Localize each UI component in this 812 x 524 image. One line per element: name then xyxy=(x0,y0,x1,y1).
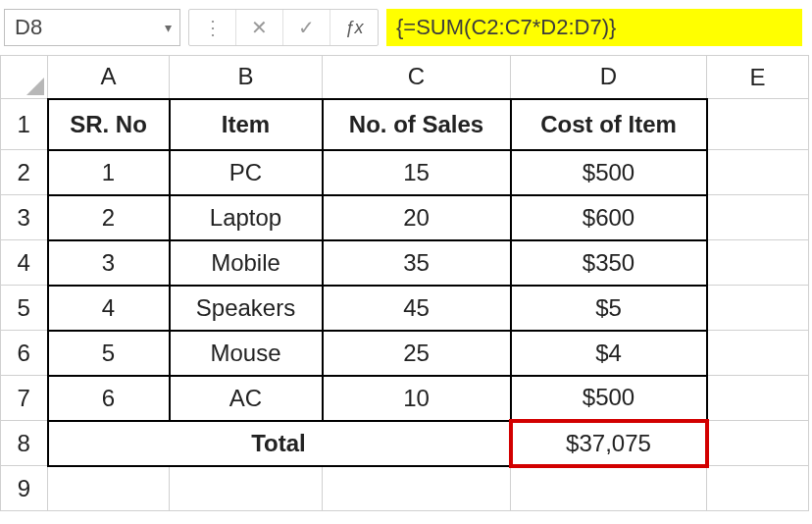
table-row: 7 6 AC 10 $500 xyxy=(1,376,809,421)
cell-sr[interactable]: 2 xyxy=(48,195,170,240)
table-row: 6 5 Mouse 25 $4 xyxy=(1,331,809,376)
row-head[interactable]: 8 xyxy=(1,421,48,466)
cell-sales[interactable]: 10 xyxy=(323,376,511,421)
cell-cost[interactable]: $500 xyxy=(511,150,707,195)
empty-cell[interactable] xyxy=(707,421,809,466)
cell-item[interactable]: Speakers xyxy=(170,286,323,331)
header-item[interactable]: Item xyxy=(170,99,323,150)
fx-icon[interactable]: ƒx xyxy=(330,10,378,45)
col-head-b[interactable]: B xyxy=(170,56,323,99)
empty-cell[interactable] xyxy=(707,466,809,511)
total-row: 8 Total $37,075 xyxy=(1,421,809,466)
cell-sr[interactable]: 6 xyxy=(48,376,170,421)
row-head[interactable]: 1 xyxy=(1,99,48,150)
cell-item[interactable]: AC xyxy=(170,376,323,421)
formula-button-group: ⋮ ✕ ✓ ƒx xyxy=(188,9,379,46)
formula-bar[interactable]: {=SUM(C2:C7*D2:D7)} xyxy=(386,9,802,46)
total-label[interactable]: Total xyxy=(48,421,511,466)
table-row: 5 4 Speakers 45 $5 xyxy=(1,286,809,331)
cell-cost[interactable]: $600 xyxy=(511,195,707,240)
table-row: 4 3 Mobile 35 $350 xyxy=(1,240,809,286)
empty-cell[interactable] xyxy=(323,466,511,511)
empty-cell[interactable] xyxy=(48,466,170,511)
empty-cell[interactable] xyxy=(170,466,323,511)
name-box-value: D8 xyxy=(15,15,42,40)
col-head-c[interactable]: C xyxy=(323,56,511,99)
chevron-down-icon[interactable]: ▾ xyxy=(165,20,172,35)
header-sales[interactable]: No. of Sales xyxy=(323,99,511,150)
empty-cell[interactable] xyxy=(707,195,809,240)
cell-cost[interactable]: $5 xyxy=(511,286,707,331)
empty-cell[interactable] xyxy=(707,150,809,195)
col-head-e[interactable]: E xyxy=(707,56,809,99)
formula-text: {=SUM(C2:C7*D2:D7)} xyxy=(396,15,616,40)
cancel-icon[interactable]: ✕ xyxy=(236,10,283,45)
spreadsheet-grid[interactable]: A B C D E 1 SR. No Item No. of Sales Cos… xyxy=(0,55,809,511)
row-head[interactable]: 4 xyxy=(1,240,48,286)
column-header-row: A B C D E xyxy=(1,56,809,99)
cell-cost[interactable]: $350 xyxy=(511,240,707,286)
table-row: 3 2 Laptop 20 $600 xyxy=(1,195,809,240)
col-head-a[interactable]: A xyxy=(48,56,170,99)
row-head[interactable]: 3 xyxy=(1,195,48,240)
col-head-d[interactable]: D xyxy=(511,56,707,99)
empty-cell[interactable] xyxy=(707,99,809,150)
empty-cell[interactable] xyxy=(511,466,707,511)
header-sr-no[interactable]: SR. No xyxy=(48,99,170,150)
empty-cell[interactable] xyxy=(707,331,809,376)
empty-cell[interactable] xyxy=(707,240,809,286)
formula-toolbar: D8 ▾ ⋮ ✕ ✓ ƒx {=SUM(C2:C7*D2:D7)} xyxy=(0,0,812,55)
table-row: 2 1 PC 15 $500 xyxy=(1,150,809,195)
more-icon[interactable]: ⋮ xyxy=(189,10,236,45)
empty-cell[interactable] xyxy=(707,286,809,331)
row-head[interactable]: 6 xyxy=(1,331,48,376)
empty-cell[interactable] xyxy=(707,376,809,421)
cell-sales[interactable]: 35 xyxy=(323,240,511,286)
total-value[interactable]: $37,075 xyxy=(511,421,707,466)
cell-sales[interactable]: 25 xyxy=(323,331,511,376)
cell-item[interactable]: Mobile xyxy=(170,240,323,286)
cell-item[interactable]: PC xyxy=(170,150,323,195)
row-head[interactable]: 2 xyxy=(1,150,48,195)
row-head[interactable]: 9 xyxy=(1,466,48,511)
cell-sr[interactable]: 5 xyxy=(48,331,170,376)
cell-sales[interactable]: 45 xyxy=(323,286,511,331)
header-cost[interactable]: Cost of Item xyxy=(511,99,707,150)
cell-sr[interactable]: 3 xyxy=(48,240,170,286)
name-box[interactable]: D8 ▾ xyxy=(4,9,180,46)
enter-icon[interactable]: ✓ xyxy=(283,10,330,45)
cell-item[interactable]: Laptop xyxy=(170,195,323,240)
table-row: 1 SR. No Item No. of Sales Cost of Item xyxy=(1,99,809,150)
cell-sr[interactable]: 4 xyxy=(48,286,170,331)
cell-sales[interactable]: 20 xyxy=(323,195,511,240)
cell-item[interactable]: Mouse xyxy=(170,331,323,376)
row-head[interactable]: 7 xyxy=(1,376,48,421)
cell-cost[interactable]: $500 xyxy=(511,376,707,421)
cell-cost[interactable]: $4 xyxy=(511,331,707,376)
row-head[interactable]: 5 xyxy=(1,286,48,331)
cell-sales[interactable]: 15 xyxy=(323,150,511,195)
cell-sr[interactable]: 1 xyxy=(48,150,170,195)
table-row: 9 xyxy=(1,466,809,511)
select-all-corner[interactable] xyxy=(1,56,48,99)
